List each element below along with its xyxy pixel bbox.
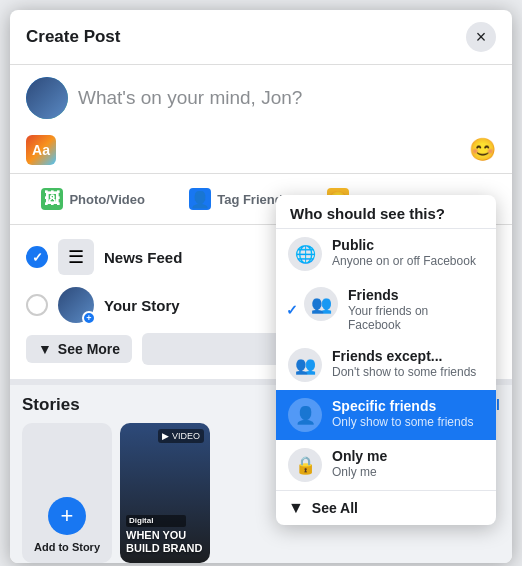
story-checkbox[interactable] [26, 294, 48, 316]
chevron-down-small-icon: ▼ [288, 499, 304, 517]
post-placeholder-text[interactable]: What's on your mind, Jon? [78, 87, 496, 109]
dropdown-item-friends[interactable]: ✓ 👥 Friends Your friends on Facebook [276, 279, 496, 340]
dropdown-item-only-me[interactable]: 🔒 Only me Only me [276, 440, 496, 490]
friends-except-title: Friends except... [332, 348, 484, 364]
see-all-label: See All [312, 500, 358, 516]
add-story-icon: + [48, 497, 86, 535]
stories-title: Stories [22, 395, 80, 415]
newsfeed-label: News Feed [104, 249, 182, 266]
dropdown-item-public[interactable]: 🌐 Public Anyone on or off Facebook [276, 229, 496, 279]
story-company-label: Digital [126, 515, 186, 527]
chevron-down-icon: ▼ [38, 341, 52, 357]
friends-except-icon: 👥 [288, 348, 322, 382]
only-me-title: Only me [332, 448, 484, 464]
see-more-button[interactable]: ▼ See More [26, 335, 132, 363]
emoji-button[interactable]: 😊 [469, 137, 496, 163]
friends-except-text: Friends except... Don't show to some fri… [332, 348, 484, 379]
public-title: Public [332, 237, 484, 253]
specific-friends-sub: Only show to some friends [332, 415, 484, 429]
modal-title: Create Post [26, 27, 120, 47]
dropdown-see-all[interactable]: ▼ See All [276, 490, 496, 525]
post-input-area: What's on your mind, Jon? [10, 65, 512, 131]
specific-friends-text: Specific friends Only show to some frien… [332, 398, 484, 429]
friends-except-sub: Don't show to some friends [332, 365, 484, 379]
photo-video-button[interactable]: 🖼 Photo/Video [22, 182, 164, 216]
friends-checkmark: ✓ [286, 302, 298, 318]
only-me-text: Only me Only me [332, 448, 484, 479]
user-avatar [26, 77, 68, 119]
newsfeed-left: ☰ News Feed [26, 239, 182, 275]
toolbar-left: Aa [26, 135, 56, 165]
friends-text: Friends Your friends on Facebook [348, 287, 484, 332]
story-avatar: + [58, 287, 94, 323]
toolbar-row: Aa 😊 [10, 131, 512, 173]
newsfeed-icon: ☰ [58, 239, 94, 275]
dropdown-header: Who should see this? [276, 195, 496, 229]
story-video-badge: ▶ VIDEO [158, 429, 204, 443]
tag-icon: 👤 [189, 188, 211, 210]
add-story-card[interactable]: + Add to Story [22, 423, 112, 563]
only-me-sub: Only me [332, 465, 484, 479]
friends-sub: Your friends on Facebook [348, 304, 484, 332]
story-label-1: Digital WHEN YOU BUILD BRAND [126, 515, 204, 555]
story-label: Your Story [104, 297, 180, 314]
modal-header: Create Post × [10, 10, 512, 65]
public-sub: Anyone on or off Facebook [332, 254, 484, 268]
audience-dropdown: Who should see this? 🌐 Public Anyone on … [276, 195, 496, 525]
newsfeed-checkbox[interactable] [26, 246, 48, 268]
only-me-icon: 🔒 [288, 448, 322, 482]
story-text-1: WHEN YOU BUILD BRAND [126, 529, 202, 554]
dropdown-item-specific-friends[interactable]: 👤 Specific friends Only show to some fri… [276, 390, 496, 440]
friends-icon: 👥 [304, 287, 338, 321]
close-button[interactable]: × [466, 22, 496, 52]
story-card-1[interactable]: Digital WHEN YOU BUILD BRAND ▶ VIDEO [120, 423, 210, 563]
public-icon: 🌐 [288, 237, 322, 271]
public-text: Public Anyone on or off Facebook [332, 237, 484, 268]
dropdown-item-friends-except[interactable]: 👥 Friends except... Don't show to some f… [276, 340, 496, 390]
avatar-image [26, 77, 68, 119]
story-plus-icon: + [82, 311, 96, 325]
story-left: + Your Story [26, 287, 180, 323]
app-icon[interactable]: Aa [26, 135, 56, 165]
friends-title: Friends [348, 287, 484, 303]
photo-icon: 🖼 [41, 188, 63, 210]
specific-friends-title: Specific friends [332, 398, 484, 414]
add-story-label: Add to Story [34, 541, 100, 553]
specific-friends-icon: 👤 [288, 398, 322, 432]
create-post-modal: Create Post × What's on your mind, Jon? … [10, 10, 512, 563]
